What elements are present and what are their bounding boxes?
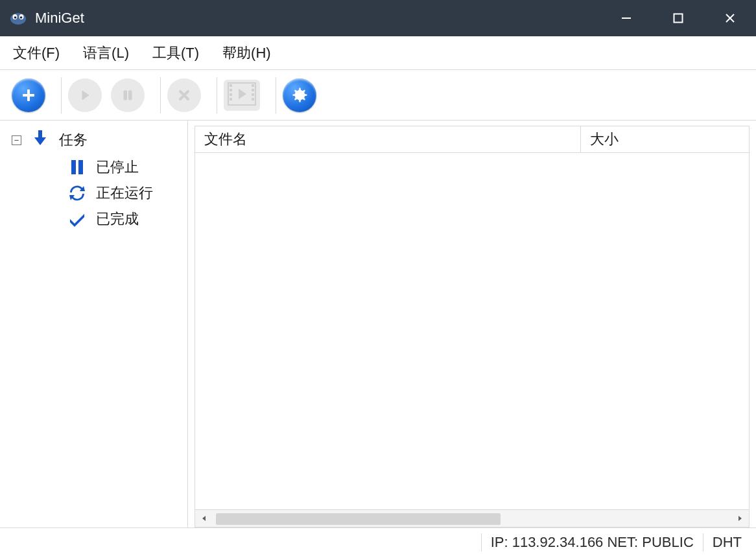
scroll-right-button[interactable] <box>731 510 749 527</box>
maximize-button[interactable] <box>652 0 704 36</box>
tree-item-running[interactable]: 正在运行 <box>67 180 187 206</box>
svg-rect-21 <box>252 89 254 91</box>
svg-rect-17 <box>230 89 232 91</box>
settings-button[interactable] <box>283 78 316 112</box>
tree-item-stopped[interactable]: 已停止 <box>67 154 187 180</box>
close-button[interactable] <box>704 0 756 36</box>
column-label: 大小 <box>590 130 619 149</box>
window-controls <box>600 0 756 36</box>
window-title: MiniGet <box>35 10 84 27</box>
svg-rect-12 <box>129 91 132 100</box>
svg-point-0 <box>10 13 26 25</box>
toolbar-separator <box>217 77 217 113</box>
column-size[interactable]: 大小 <box>581 126 749 152</box>
app-icon <box>9 10 27 26</box>
scrollbar-thumb[interactable] <box>216 513 501 525</box>
menu-file[interactable]: 文件(F) <box>13 43 60 63</box>
cancel-button[interactable] <box>167 78 201 112</box>
statusbar-separator <box>703 533 703 551</box>
horizontal-scrollbar[interactable] <box>195 509 750 527</box>
ip-value: 113.92.34.166 <box>512 534 604 550</box>
check-icon <box>67 211 87 227</box>
svg-rect-6 <box>674 14 683 23</box>
svg-rect-16 <box>230 84 232 87</box>
scroll-left-button[interactable] <box>195 510 213 527</box>
menu-language[interactable]: 语言(L) <box>83 43 129 63</box>
status-dht: DHT <box>713 534 742 551</box>
ip-label: IP: <box>491 534 508 550</box>
svg-rect-11 <box>124 91 127 100</box>
refresh-icon <box>67 185 87 202</box>
status-bar: IP: 113.92.34.166 NET: PUBLIC DHT <box>0 527 756 556</box>
column-filename[interactable]: 文件名 <box>195 126 581 152</box>
svg-rect-20 <box>252 84 254 87</box>
svg-rect-26 <box>78 160 83 174</box>
tree-item-completed[interactable]: 已完成 <box>67 206 187 232</box>
minimize-button[interactable] <box>600 0 652 36</box>
statusbar-separator <box>481 533 482 551</box>
tree-item-label: 已停止 <box>96 157 139 177</box>
svg-rect-18 <box>230 93 232 96</box>
pause-icon <box>67 159 87 176</box>
toolbar-separator <box>61 77 62 113</box>
menu-help[interactable]: 帮助(H) <box>222 43 271 63</box>
svg-rect-22 <box>252 93 254 96</box>
gear-icon <box>290 86 309 104</box>
plus-icon <box>20 87 37 104</box>
svg-rect-23 <box>252 98 254 100</box>
content-area: − 任务 已停止 正在运行 已 <box>0 121 756 527</box>
tree-item-label: 正在运行 <box>96 183 153 203</box>
pause-button[interactable] <box>111 78 145 112</box>
toolbar <box>0 70 756 121</box>
svg-rect-10 <box>23 94 34 97</box>
svg-rect-19 <box>230 98 232 100</box>
svg-point-3 <box>14 16 17 19</box>
start-button[interactable] <box>68 78 102 112</box>
toolbar-separator <box>276 77 276 113</box>
title-bar: MiniGet <box>0 0 756 36</box>
tree-item-label: 已完成 <box>96 209 139 229</box>
video-preview-button[interactable] <box>224 80 260 111</box>
film-icon <box>228 82 256 108</box>
svg-point-4 <box>20 16 23 19</box>
toolbar-separator <box>160 77 161 113</box>
collapse-icon[interactable]: − <box>12 135 21 145</box>
column-label: 文件名 <box>204 130 247 149</box>
menu-tools[interactable]: 工具(T) <box>152 43 199 63</box>
x-icon <box>177 88 191 102</box>
menu-bar: 文件(F) 语言(L) 工具(T) 帮助(H) <box>0 36 756 70</box>
net-label: NET: <box>607 534 638 550</box>
svg-rect-25 <box>71 160 76 174</box>
sidebar-tree: − 任务 已停止 正在运行 已 <box>0 121 188 527</box>
svg-point-24 <box>297 92 303 98</box>
list-body[interactable] <box>195 153 750 509</box>
net-value: PUBLIC <box>642 534 693 550</box>
download-arrow-icon <box>30 128 50 152</box>
tree-root-label: 任务 <box>59 130 88 150</box>
add-task-button[interactable] <box>12 78 45 112</box>
pause-icon <box>121 88 135 102</box>
tree-root-tasks[interactable]: − 任务 <box>12 127 187 153</box>
status-ip: IP: 113.92.34.166 NET: PUBLIC <box>491 534 694 551</box>
scrollbar-track[interactable] <box>213 510 731 527</box>
list-header: 文件名 大小 <box>195 126 750 153</box>
play-icon <box>78 88 92 102</box>
task-list-panel: 文件名 大小 <box>188 121 756 527</box>
